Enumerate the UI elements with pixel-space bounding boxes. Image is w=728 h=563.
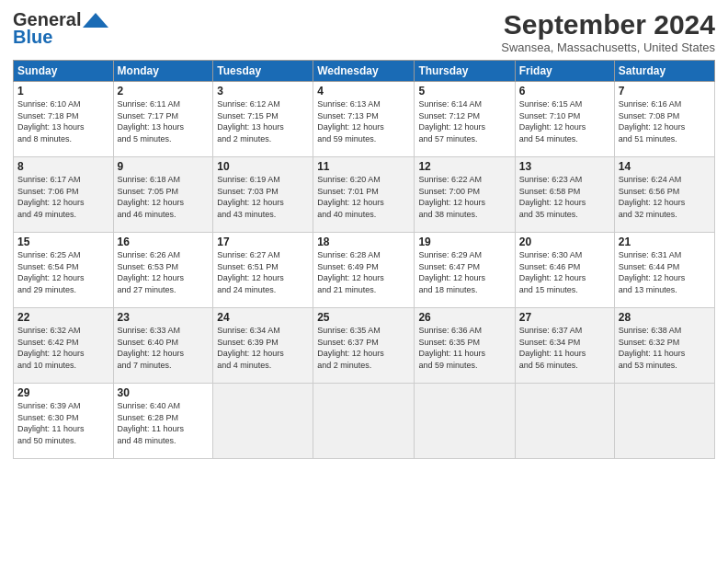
day-info-line: Sunrise: 6:23 AM <box>519 174 610 186</box>
day-info-line: Sunset: 6:47 PM <box>418 261 510 273</box>
weekday-header-monday: Monday <box>113 61 213 82</box>
day-info: Sunrise: 6:16 AMSunset: 7:08 PMDaylight:… <box>619 98 711 144</box>
day-info-line: and 21 minutes. <box>317 284 410 296</box>
day-info: Sunrise: 6:34 AMSunset: 6:39 PMDaylight:… <box>217 325 309 371</box>
day-info-line: Daylight: 12 hours <box>217 272 309 284</box>
day-info-line: Sunset: 6:56 PM <box>619 186 711 198</box>
day-info-line: Sunset: 6:30 PM <box>17 412 109 424</box>
day-info-line: Daylight: 11 hours <box>519 348 610 360</box>
day-info-line: Sunset: 6:40 PM <box>118 337 210 349</box>
svg-marker-0 <box>83 13 108 28</box>
day-info: Sunrise: 6:36 AMSunset: 6:35 PMDaylight:… <box>418 325 510 371</box>
calendar-cell: 9Sunrise: 6:18 AMSunset: 7:05 PMDaylight… <box>113 157 213 233</box>
day-info-line: Daylight: 13 hours <box>118 121 210 133</box>
day-info-line: Sunset: 6:39 PM <box>217 337 309 349</box>
day-info-line: Sunrise: 6:25 AM <box>17 249 109 261</box>
day-info-line: and 59 minutes. <box>418 360 510 372</box>
logo-icon <box>83 11 108 29</box>
day-info-line: Sunrise: 6:27 AM <box>217 249 309 261</box>
day-info-line: Daylight: 12 hours <box>17 272 109 284</box>
day-info-line: Sunset: 6:37 PM <box>317 337 410 349</box>
logo: General Blue <box>13 9 108 48</box>
calendar-cell <box>313 384 415 459</box>
month-title: September 2024 <box>501 9 715 40</box>
day-info-line: Sunrise: 6:34 AM <box>217 325 309 337</box>
day-info-line: Daylight: 12 hours <box>317 348 410 360</box>
day-info-line: and 57 minutes. <box>418 133 510 145</box>
day-info: Sunrise: 6:28 AMSunset: 6:49 PMDaylight:… <box>317 249 410 295</box>
day-info-line: Daylight: 13 hours <box>217 121 309 133</box>
day-info-line: Sunrise: 6:40 AM <box>118 400 210 412</box>
day-info-line: Daylight: 12 hours <box>217 348 309 360</box>
day-info-line: Sunrise: 6:32 AM <box>17 325 109 337</box>
day-info-line: Sunset: 6:54 PM <box>17 261 109 273</box>
day-info-line: and 7 minutes. <box>118 360 210 372</box>
day-info-line: and 29 minutes. <box>17 284 109 296</box>
weekday-header-wednesday: Wednesday <box>313 61 415 82</box>
day-info-line: and 54 minutes. <box>519 133 610 145</box>
weekday-header-tuesday: Tuesday <box>213 61 313 82</box>
day-info-line: Sunset: 6:44 PM <box>619 261 711 273</box>
day-number: 29 <box>17 386 109 399</box>
calendar-cell: 18Sunrise: 6:28 AMSunset: 6:49 PMDayligh… <box>313 233 415 308</box>
day-info: Sunrise: 6:12 AMSunset: 7:15 PMDaylight:… <box>217 98 309 144</box>
calendar-cell: 29Sunrise: 6:39 AMSunset: 6:30 PMDayligh… <box>14 384 114 459</box>
day-info-line: and 59 minutes. <box>317 133 410 145</box>
day-number: 19 <box>418 236 510 248</box>
day-number: 11 <box>317 160 410 173</box>
weekday-header-row: SundayMondayTuesdayWednesdayThursdayFrid… <box>14 61 715 82</box>
calendar-cell: 22Sunrise: 6:32 AMSunset: 6:42 PMDayligh… <box>14 308 114 384</box>
calendar-cell <box>614 384 714 459</box>
day-info: Sunrise: 6:26 AMSunset: 6:53 PMDaylight:… <box>118 249 210 295</box>
day-info-line: Sunset: 6:42 PM <box>17 337 109 349</box>
day-number: 30 <box>118 386 210 399</box>
day-info: Sunrise: 6:15 AMSunset: 7:10 PMDaylight:… <box>519 98 610 144</box>
day-number: 18 <box>317 236 410 248</box>
calendar-cell: 14Sunrise: 6:24 AMSunset: 6:56 PMDayligh… <box>614 157 714 233</box>
day-info-line: Daylight: 12 hours <box>519 121 610 133</box>
day-info: Sunrise: 6:32 AMSunset: 6:42 PMDaylight:… <box>17 325 109 371</box>
day-info-line: Sunrise: 6:33 AM <box>118 325 210 337</box>
weekday-header-thursday: Thursday <box>415 61 515 82</box>
day-info: Sunrise: 6:38 AMSunset: 6:32 PMDaylight:… <box>619 325 711 371</box>
day-info-line: Sunset: 7:03 PM <box>217 186 309 198</box>
calendar-cell: 16Sunrise: 6:26 AMSunset: 6:53 PMDayligh… <box>113 233 213 308</box>
day-info: Sunrise: 6:33 AMSunset: 6:40 PMDaylight:… <box>118 325 210 371</box>
day-info-line: Sunrise: 6:12 AM <box>217 98 309 110</box>
day-number: 7 <box>619 85 711 98</box>
day-number: 16 <box>118 236 210 248</box>
day-info-line: Daylight: 12 hours <box>217 197 309 209</box>
day-info-line: and 4 minutes. <box>217 360 309 372</box>
day-info-line: Sunrise: 6:30 AM <box>519 249 610 261</box>
calendar-cell: 26Sunrise: 6:36 AMSunset: 6:35 PMDayligh… <box>415 308 515 384</box>
day-info-line: Sunrise: 6:10 AM <box>17 98 109 110</box>
day-info-line: Daylight: 11 hours <box>418 348 510 360</box>
day-info-line: Sunset: 7:10 PM <box>519 110 610 122</box>
day-info-line: Sunrise: 6:36 AM <box>418 325 510 337</box>
day-info-line: and 2 minutes. <box>317 360 410 372</box>
calendar-cell: 1Sunrise: 6:10 AMSunset: 7:18 PMDaylight… <box>14 82 114 157</box>
calendar-cell: 5Sunrise: 6:14 AMSunset: 7:12 PMDaylight… <box>415 82 515 157</box>
calendar-cell: 20Sunrise: 6:30 AMSunset: 6:46 PMDayligh… <box>515 233 614 308</box>
calendar-cell: 13Sunrise: 6:23 AMSunset: 6:58 PMDayligh… <box>515 157 614 233</box>
day-number: 1 <box>17 85 109 98</box>
calendar-cell: 27Sunrise: 6:37 AMSunset: 6:34 PMDayligh… <box>515 308 614 384</box>
day-info-line: Sunrise: 6:14 AM <box>418 98 510 110</box>
day-info: Sunrise: 6:35 AMSunset: 6:37 PMDaylight:… <box>317 325 410 371</box>
day-info-line: and 43 minutes. <box>217 209 309 221</box>
week-row-1: 1Sunrise: 6:10 AMSunset: 7:18 PMDaylight… <box>14 82 715 157</box>
day-info-line: Sunset: 7:18 PM <box>17 110 109 122</box>
calendar-cell: 12Sunrise: 6:22 AMSunset: 7:00 PMDayligh… <box>415 157 515 233</box>
day-info-line: Daylight: 12 hours <box>118 272 210 284</box>
day-info-line: Sunrise: 6:35 AM <box>317 325 410 337</box>
day-info-line: Daylight: 12 hours <box>118 197 210 209</box>
title-area: September 2024 Swansea, Massachusetts, U… <box>501 9 715 54</box>
day-number: 3 <box>217 85 309 98</box>
day-info-line: and 46 minutes. <box>118 209 210 221</box>
day-info-line: Sunrise: 6:37 AM <box>519 325 610 337</box>
day-number: 24 <box>217 311 309 324</box>
calendar-cell <box>213 384 313 459</box>
day-number: 12 <box>418 160 510 173</box>
day-info: Sunrise: 6:18 AMSunset: 7:05 PMDaylight:… <box>118 174 210 220</box>
day-info-line: Sunset: 7:17 PM <box>118 110 210 122</box>
